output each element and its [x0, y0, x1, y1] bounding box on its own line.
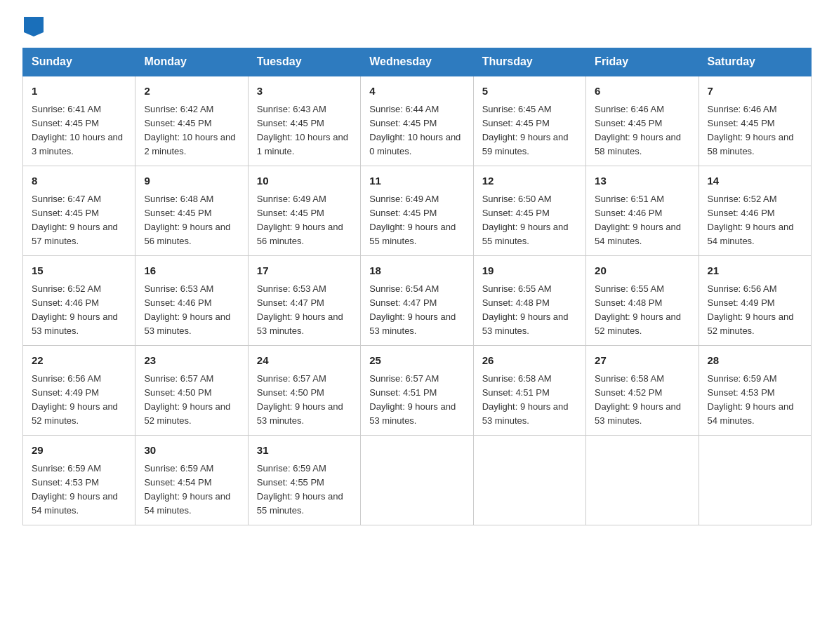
calendar-day-cell: 1Sunrise: 6:41 AMSunset: 4:45 PMDaylight…	[23, 76, 135, 166]
day-number: 15	[32, 263, 126, 279]
logo	[22, 17, 45, 36]
day-number: 7	[708, 83, 802, 100]
logo-icon	[24, 17, 44, 36]
day-info: Sunrise: 6:59 AMSunset: 4:54 PMDaylight:…	[144, 462, 239, 518]
page-header	[22, 17, 812, 36]
calendar-day-cell: 22Sunrise: 6:56 AMSunset: 4:49 PMDayligh…	[23, 346, 135, 436]
day-number: 1	[32, 83, 126, 100]
day-info: Sunrise: 6:49 AMSunset: 4:45 PMDaylight:…	[369, 192, 464, 249]
day-info: Sunrise: 6:43 AMSunset: 4:45 PMDaylight:…	[257, 102, 352, 159]
day-info: Sunrise: 6:57 AMSunset: 4:50 PMDaylight:…	[144, 372, 239, 429]
day-number: 23	[144, 353, 239, 369]
calendar-day-cell: 11Sunrise: 6:49 AMSunset: 4:45 PMDayligh…	[361, 166, 473, 256]
day-number: 28	[708, 353, 802, 369]
calendar-day-cell: 18Sunrise: 6:54 AMSunset: 4:47 PMDayligh…	[361, 256, 473, 346]
day-info: Sunrise: 6:53 AMSunset: 4:46 PMDaylight:…	[144, 282, 239, 339]
day-info: Sunrise: 6:52 AMSunset: 4:46 PMDaylight:…	[708, 192, 802, 249]
calendar-week-row: 15Sunrise: 6:52 AMSunset: 4:46 PMDayligh…	[23, 256, 812, 346]
calendar-day-cell: 5Sunrise: 6:45 AMSunset: 4:45 PMDaylight…	[473, 76, 585, 166]
calendar-day-cell: 13Sunrise: 6:51 AMSunset: 4:46 PMDayligh…	[586, 166, 699, 256]
day-info: Sunrise: 6:57 AMSunset: 4:50 PMDaylight:…	[257, 372, 352, 429]
day-number: 26	[482, 353, 577, 369]
day-info: Sunrise: 6:54 AMSunset: 4:47 PMDaylight:…	[369, 282, 464, 339]
calendar-day-cell: 6Sunrise: 6:46 AMSunset: 4:45 PMDaylight…	[586, 76, 699, 166]
day-number: 12	[482, 173, 577, 189]
calendar-day-cell: 9Sunrise: 6:48 AMSunset: 4:45 PMDaylight…	[135, 166, 248, 256]
calendar-empty-cell	[699, 436, 811, 525]
calendar-day-cell: 20Sunrise: 6:55 AMSunset: 4:48 PMDayligh…	[586, 256, 699, 346]
calendar-day-cell: 12Sunrise: 6:50 AMSunset: 4:45 PMDayligh…	[473, 166, 585, 256]
calendar-day-cell: 28Sunrise: 6:59 AMSunset: 4:53 PMDayligh…	[699, 346, 811, 436]
calendar-empty-cell	[473, 436, 585, 525]
calendar-week-row: 8Sunrise: 6:47 AMSunset: 4:45 PMDaylight…	[23, 166, 812, 256]
calendar-week-row: 1Sunrise: 6:41 AMSunset: 4:45 PMDaylight…	[23, 76, 812, 166]
day-info: Sunrise: 6:46 AMSunset: 4:45 PMDaylight:…	[595, 102, 689, 159]
day-header-thursday: Thursday	[473, 48, 585, 76]
calendar-day-cell: 17Sunrise: 6:53 AMSunset: 4:47 PMDayligh…	[248, 256, 360, 346]
calendar-day-cell: 29Sunrise: 6:59 AMSunset: 4:53 PMDayligh…	[23, 436, 135, 525]
day-header-wednesday: Wednesday	[361, 48, 473, 76]
day-info: Sunrise: 6:55 AMSunset: 4:48 PMDaylight:…	[595, 282, 689, 339]
day-info: Sunrise: 6:44 AMSunset: 4:45 PMDaylight:…	[369, 102, 464, 159]
day-info: Sunrise: 6:59 AMSunset: 4:53 PMDaylight:…	[708, 372, 802, 429]
day-number: 20	[595, 263, 689, 279]
day-number: 9	[144, 173, 239, 189]
calendar-day-cell: 7Sunrise: 6:46 AMSunset: 4:45 PMDaylight…	[699, 76, 811, 166]
day-header-tuesday: Tuesday	[248, 48, 360, 76]
day-info: Sunrise: 6:59 AMSunset: 4:53 PMDaylight:…	[32, 462, 126, 518]
day-info: Sunrise: 6:51 AMSunset: 4:46 PMDaylight:…	[595, 192, 689, 249]
day-info: Sunrise: 6:57 AMSunset: 4:51 PMDaylight:…	[369, 372, 464, 429]
day-number: 5	[482, 83, 577, 100]
calendar-week-row: 22Sunrise: 6:56 AMSunset: 4:49 PMDayligh…	[23, 346, 812, 436]
day-info: Sunrise: 6:48 AMSunset: 4:45 PMDaylight:…	[144, 192, 239, 249]
day-number: 18	[369, 263, 464, 279]
calendar-empty-cell	[586, 436, 699, 525]
calendar-table: SundayMondayTuesdayWednesdayThursdayFrid…	[22, 48, 812, 525]
day-number: 24	[257, 353, 352, 369]
day-number: 17	[257, 263, 352, 279]
day-info: Sunrise: 6:49 AMSunset: 4:45 PMDaylight:…	[257, 192, 352, 249]
day-header-sunday: Sunday	[23, 48, 135, 76]
calendar-day-cell: 16Sunrise: 6:53 AMSunset: 4:46 PMDayligh…	[135, 256, 248, 346]
svg-marker-0	[24, 17, 44, 36]
day-info: Sunrise: 6:56 AMSunset: 4:49 PMDaylight:…	[708, 282, 802, 339]
day-number: 21	[708, 263, 802, 279]
day-info: Sunrise: 6:46 AMSunset: 4:45 PMDaylight:…	[708, 102, 802, 159]
day-header-friday: Friday	[586, 48, 699, 76]
calendar-day-cell: 19Sunrise: 6:55 AMSunset: 4:48 PMDayligh…	[473, 256, 585, 346]
day-number: 16	[144, 263, 239, 279]
calendar-day-cell: 24Sunrise: 6:57 AMSunset: 4:50 PMDayligh…	[248, 346, 360, 436]
day-info: Sunrise: 6:45 AMSunset: 4:45 PMDaylight:…	[482, 102, 577, 159]
day-number: 3	[257, 83, 352, 100]
calendar-day-cell: 2Sunrise: 6:42 AMSunset: 4:45 PMDaylight…	[135, 76, 248, 166]
day-info: Sunrise: 6:55 AMSunset: 4:48 PMDaylight:…	[482, 282, 577, 339]
calendar-day-cell: 23Sunrise: 6:57 AMSunset: 4:50 PMDayligh…	[135, 346, 248, 436]
day-info: Sunrise: 6:47 AMSunset: 4:45 PMDaylight:…	[32, 192, 126, 249]
calendar-day-cell: 31Sunrise: 6:59 AMSunset: 4:55 PMDayligh…	[248, 436, 360, 525]
calendar-day-cell: 8Sunrise: 6:47 AMSunset: 4:45 PMDaylight…	[23, 166, 135, 256]
calendar-day-cell: 25Sunrise: 6:57 AMSunset: 4:51 PMDayligh…	[361, 346, 473, 436]
day-info: Sunrise: 6:58 AMSunset: 4:52 PMDaylight:…	[595, 372, 689, 429]
day-info: Sunrise: 6:56 AMSunset: 4:49 PMDaylight:…	[32, 372, 126, 429]
day-header-saturday: Saturday	[699, 48, 811, 76]
calendar-day-cell: 27Sunrise: 6:58 AMSunset: 4:52 PMDayligh…	[586, 346, 699, 436]
day-number: 13	[595, 173, 689, 189]
calendar-week-row: 29Sunrise: 6:59 AMSunset: 4:53 PMDayligh…	[23, 436, 812, 525]
calendar-day-cell: 30Sunrise: 6:59 AMSunset: 4:54 PMDayligh…	[135, 436, 248, 525]
day-number: 31	[257, 443, 352, 459]
day-number: 25	[369, 353, 464, 369]
calendar-day-cell: 21Sunrise: 6:56 AMSunset: 4:49 PMDayligh…	[699, 256, 811, 346]
day-number: 19	[482, 263, 577, 279]
calendar-day-cell: 10Sunrise: 6:49 AMSunset: 4:45 PMDayligh…	[248, 166, 360, 256]
day-info: Sunrise: 6:42 AMSunset: 4:45 PMDaylight:…	[144, 102, 239, 159]
calendar-day-cell: 3Sunrise: 6:43 AMSunset: 4:45 PMDaylight…	[248, 76, 360, 166]
day-number: 30	[144, 443, 239, 459]
day-number: 27	[595, 353, 689, 369]
day-info: Sunrise: 6:52 AMSunset: 4:46 PMDaylight:…	[32, 282, 126, 339]
day-info: Sunrise: 6:50 AMSunset: 4:45 PMDaylight:…	[482, 192, 577, 249]
calendar-day-cell: 4Sunrise: 6:44 AMSunset: 4:45 PMDaylight…	[361, 76, 473, 166]
calendar-empty-cell	[361, 436, 473, 525]
day-number: 2	[144, 83, 239, 100]
day-number: 10	[257, 173, 352, 189]
day-number: 4	[369, 83, 464, 100]
